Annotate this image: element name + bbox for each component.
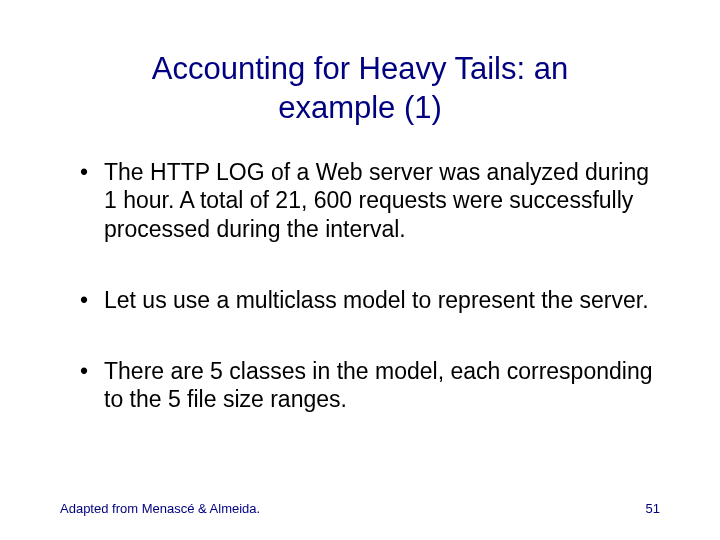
bullet-list: The HTTP LOG of a Web server was analyze… [60,158,660,415]
slide-title: Accounting for Heavy Tails: an example (… [60,50,660,128]
slide: Accounting for Heavy Tails: an example (… [0,0,720,540]
bullet-item: The HTTP LOG of a Web server was analyze… [80,158,660,244]
page-number: 51 [646,501,660,516]
bullet-item: There are 5 classes in the model, each c… [80,357,660,415]
footer-credit: Adapted from Menascé & Almeida. [60,501,260,516]
bullet-item: Let us use a multiclass model to represe… [80,286,660,315]
